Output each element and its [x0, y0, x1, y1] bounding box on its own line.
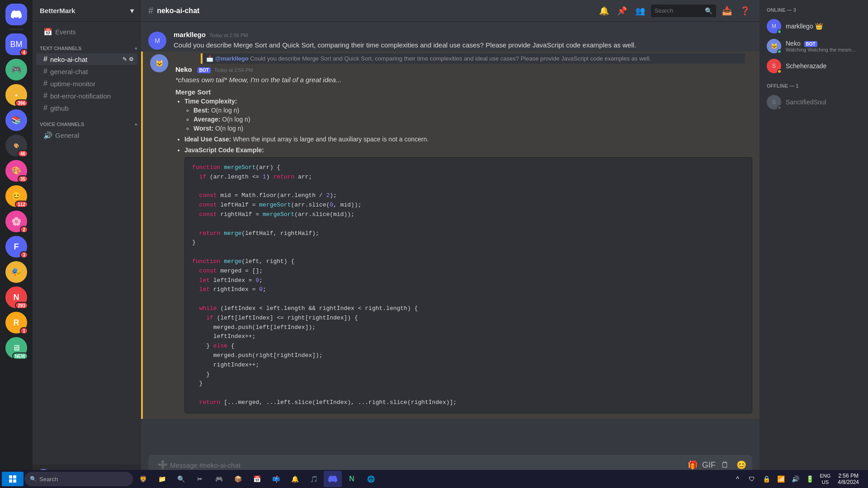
taskbar-app-music[interactable]: 🎵	[305, 471, 323, 487]
member-markllego[interactable]: M markllego 👑	[763, 16, 864, 36]
message-author-2: Neko	[175, 66, 192, 73]
channel-uptime-monitor[interactable]: # uptime-monitor	[36, 78, 137, 89]
server-icon-9[interactable]: F 3	[5, 236, 27, 258]
taskbar-clock[interactable]: 2:56 PM 4/8/2024	[834, 473, 863, 485]
svg-rect-3	[13, 479, 16, 483]
taskbar-app-discord[interactable]	[324, 471, 342, 487]
member-avatar-neko: 🐱	[767, 39, 781, 53]
server-header[interactable]: BetterMark ▾	[33, 0, 141, 22]
tray-shield[interactable]: 🛡	[745, 473, 758, 485]
tray-speaker[interactable]: 🔊	[789, 473, 802, 485]
channel-general-chat[interactable]: # general-chat	[36, 66, 137, 77]
start-button[interactable]	[2, 472, 24, 486]
server-badge-5: 46	[18, 150, 28, 157]
bot-tag: BOT	[198, 67, 211, 73]
events-item[interactable]: 📅 Events	[36, 26, 137, 38]
message-content-1: markllego Today at 2:56 PM Could you des…	[174, 31, 752, 50]
voice-channels-section[interactable]: Voice Channels +	[33, 114, 141, 129]
server-icon-bettermark[interactable]: BM 4	[5, 33, 27, 55]
tray-vpn[interactable]: 🔒	[760, 473, 773, 485]
add-voice-channel-icon[interactable]: +	[135, 122, 137, 127]
hash-icon-5: #	[43, 104, 47, 112]
time-complexity-item: Time Complexity: Best: O(n log n) Averag…	[184, 98, 752, 132]
messages-area[interactable]: M markllego Today at 2:56 PM Could you d…	[141, 22, 760, 455]
help-icon[interactable]: ❓	[740, 5, 750, 16]
server-icon-13[interactable]: 🖥 NEW	[5, 337, 27, 359]
calendar-icon: 📅	[43, 28, 52, 36]
discord-icon[interactable]	[5, 4, 27, 25]
taskbar-app-bell[interactable]: 🔔	[286, 471, 304, 487]
channel-neko-ai-chat[interactable]: # neko-ai-chat ✎ ⚙	[36, 53, 137, 65]
clock-time: 2:56 PM	[838, 473, 859, 479]
time-complexity-label: Time Complexity:	[184, 98, 237, 105]
channel-sidebar: BetterMark ▾ 📅 Events Text Channels + # …	[33, 0, 141, 488]
complexity-details: Best: O(n log n) Average: O(n log n) Wor…	[184, 107, 752, 132]
channel-github[interactable]: # github	[36, 102, 137, 114]
members-icon[interactable]: 👥	[635, 5, 646, 16]
inbox-icon[interactable]: 📥	[722, 5, 732, 16]
server-icon-8[interactable]: 🌸 2	[5, 211, 27, 232]
server-icon-7[interactable]: 😊 112	[5, 185, 27, 207]
clock-date: 4/8/2024	[838, 479, 859, 485]
server-icon-11[interactable]: N 293	[5, 286, 27, 308]
member-info-markllego: markllego 👑	[786, 23, 823, 30]
server-icon-4[interactable]: 📚	[5, 109, 27, 131]
text-channels-section[interactable]: Text Channels +	[33, 38, 141, 53]
taskbar-app-mail[interactable]: 📫	[267, 471, 285, 487]
tray-lang: ENGUS	[818, 473, 832, 486]
text-section-label: Text Channels	[40, 46, 81, 51]
message-text-action: *chases own tail* Meow, I'm on the tail …	[175, 75, 752, 84]
status-dot-scheherazade	[777, 69, 782, 74]
tray-battery[interactable]: 🔋	[803, 473, 816, 485]
message-header-2: Neko BOT Today at 2:56 PM	[175, 66, 752, 73]
tray-chevron[interactable]: ^	[731, 473, 744, 485]
svg-rect-0	[9, 475, 12, 479]
server-icon-3[interactable]: ● 396	[5, 84, 27, 106]
taskbar-app-files[interactable]: 📁	[153, 471, 171, 487]
member-sanctifiedsoul[interactable]: S SanctifiedSoul	[763, 92, 864, 112]
taskbar-app-browser[interactable]: 🦁	[134, 471, 152, 487]
search-bar[interactable]: 🔍	[651, 5, 716, 17]
taskbar-search[interactable]: 🔍 Search	[24, 472, 133, 486]
avatar-markllego[interactable]: M	[148, 32, 166, 50]
add-channel-icon[interactable]: +	[135, 46, 137, 51]
taskbar-app-calendar[interactable]: 📅	[248, 471, 266, 487]
taskbar-app-search[interactable]: 🔍	[172, 471, 190, 487]
bot-response: Merge Sort Time Complexity: Best: O(n lo…	[175, 88, 752, 413]
code-block: function mergeSort(arr) { if (arr.length…	[184, 157, 752, 413]
server-badge-6: 35	[18, 175, 28, 183]
offline-section-header: OFFLINE — 1	[763, 83, 864, 92]
taskbar-app-chrome[interactable]: 🌐	[362, 471, 380, 487]
member-scheherazade[interactable]: S Scheherazade	[763, 56, 864, 76]
taskbar-app-green[interactable]: N	[343, 471, 361, 487]
taskbar-app-scissors[interactable]: ✂	[191, 471, 209, 487]
edit-icon[interactable]: ✎	[123, 56, 127, 62]
hash-notification-icon[interactable]: 🔔	[599, 5, 609, 16]
pin-icon[interactable]: 📌	[617, 5, 627, 16]
tray-wifi[interactable]: 📶	[774, 473, 787, 485]
channel-bot-error[interactable]: # bot-error-notification	[36, 90, 137, 102]
channel-general-voice[interactable]: 🔊 General	[36, 129, 137, 141]
avatar-neko[interactable]: 🐱	[150, 54, 168, 72]
server-icon-2[interactable]: 🎮	[5, 59, 27, 80]
right-sidebar: ONLINE — 3 M markllego 👑 🐱 Neko BOT Watc…	[760, 0, 868, 488]
taskbar-search-icon: 🔍	[30, 476, 37, 482]
server-icon-6[interactable]: 🎨 35	[5, 160, 27, 182]
server-icon-10[interactable]: 🎭	[5, 261, 27, 283]
search-input[interactable]	[655, 7, 702, 14]
settings-icon[interactable]: ⚙	[129, 56, 134, 62]
speaker-icon: 🔊	[43, 131, 52, 140]
message-group-1: M markllego Today at 2:56 PM Could you d…	[141, 29, 760, 52]
merge-sort-title: Merge Sort	[175, 88, 752, 96]
member-neko[interactable]: 🐱 Neko BOT Watching Watching the mesm...	[763, 36, 864, 56]
taskbar-app-game[interactable]: 🎮	[210, 471, 228, 487]
status-dot-markllego	[777, 29, 782, 34]
server-badge: 4	[20, 49, 28, 56]
server-badge-9: 3	[20, 251, 28, 258]
svg-rect-2	[9, 479, 12, 483]
events-label: Events	[55, 28, 76, 36]
server-icon-12[interactable]: R 1	[5, 312, 27, 333]
channel-settings: ✎ ⚙	[123, 56, 134, 62]
taskbar-app-box[interactable]: 📦	[229, 471, 247, 487]
server-icon-5[interactable]: 🎨 46	[5, 135, 27, 156]
